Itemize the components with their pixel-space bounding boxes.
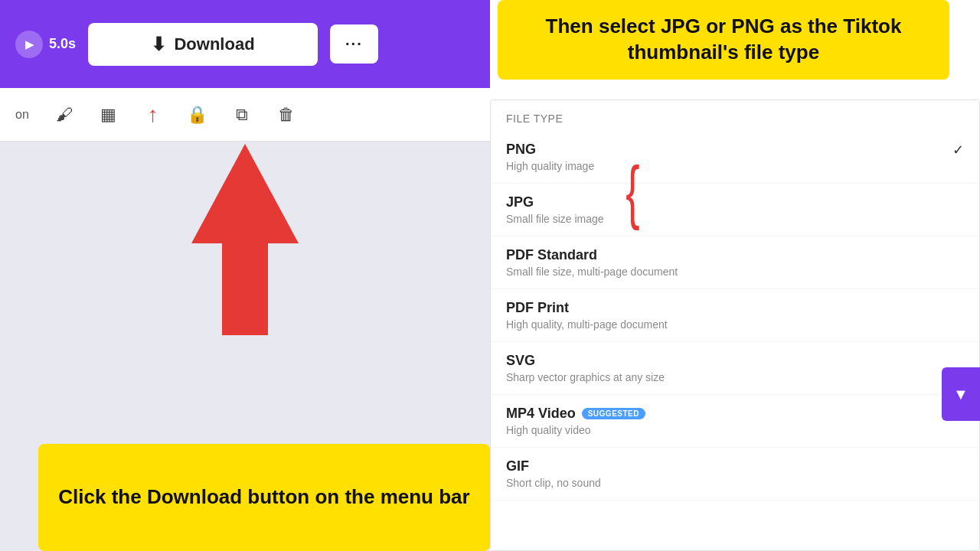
item-name: SVG [506, 353, 665, 369]
dropdown-item[interactable]: MP4 VideoSUGGESTEDHigh quality video [491, 395, 979, 448]
item-desc: Small file size, multi-page document [506, 266, 678, 278]
dropdown-item[interactable]: PNGHigh quality image✓ [491, 131, 979, 184]
download-label: Download [174, 34, 254, 54]
copy-icon[interactable]: ⧉ [227, 99, 257, 130]
item-name: MP4 VideoSUGGESTED [506, 406, 645, 422]
top-instruction-text: Then select JPG or PNG as the Tiktok thu… [516, 14, 931, 66]
file-type-dropdown: File type PNGHigh quality image✓JPGSmall… [490, 99, 980, 551]
item-desc: Short clip, no sound [506, 477, 601, 489]
dropdown-item[interactable]: PDF PrintHigh quality, multi-page docume… [491, 289, 979, 342]
on-label: on [15, 108, 29, 122]
bottom-instruction-box: Click the Download button on the menu ba… [38, 444, 490, 551]
item-desc: Small file size image [506, 213, 604, 225]
checkerboard-icon[interactable]: ▦ [93, 99, 124, 130]
play-icon[interactable]: ▶ [15, 31, 43, 58]
arrow-head [191, 144, 299, 243]
play-timer[interactable]: ▶ 5.0s [15, 31, 76, 58]
item-left: GIFShort clip, no sound [506, 458, 601, 489]
bottom-instruction-text: Click the Download button on the menu ba… [58, 484, 469, 510]
more-label: ··· [345, 35, 363, 52]
top-bar: ▶ 5.0s ⬇ Download ··· [0, 0, 490, 88]
item-desc: High quality, multi-page document [506, 318, 668, 331]
dropdown-item[interactable]: SVGSharp vector graphics at any size [491, 342, 979, 395]
item-left: PDF PrintHigh quality, multi-page docume… [506, 300, 668, 331]
file-type-header: File type [491, 100, 979, 131]
top-instruction-box: Then select JPG or PNG as the Tiktok thu… [498, 0, 949, 80]
dropdown-item[interactable]: GIFShort clip, no sound [491, 448, 979, 500]
purple-side-button[interactable]: ▼ [942, 367, 980, 421]
item-name: JPG [506, 194, 604, 210]
download-icon: ⬇ [151, 34, 166, 55]
red-arrow [191, 144, 299, 335]
toolbar: on 🖌 ▦ ↑ 🔒 ⧉ 🗑 [0, 88, 490, 142]
curly-brace-icon: { [626, 155, 639, 227]
dropdown-item[interactable]: JPGSmall file size image [491, 184, 979, 236]
item-name: PDF Standard [506, 247, 678, 263]
item-desc: High quality image [506, 160, 594, 172]
item-left: PNGHigh quality image [506, 142, 594, 172]
item-name: PDF Print [506, 300, 668, 316]
item-left: SVGSharp vector graphics at any size [506, 353, 665, 383]
item-name: GIF [506, 458, 601, 474]
item-left: PDF StandardSmall file size, multi-page … [506, 247, 678, 278]
arrow-area [0, 142, 490, 337]
check-icon: ✓ [952, 142, 964, 158]
item-desc: Sharp vector graphics at any size [506, 371, 665, 383]
paint-roller-icon[interactable]: 🖌 [49, 99, 80, 130]
item-name: PNG [506, 142, 594, 158]
right-panel: Then select JPG or PNG as the Tiktok thu… [490, 0, 980, 551]
item-left: MP4 VideoSUGGESTEDHigh quality video [506, 406, 645, 436]
left-panel: ▶ 5.0s ⬇ Download ··· on 🖌 ▦ ↑ 🔒 ⧉ 🗑 Cli… [0, 0, 490, 551]
arrow-up-icon[interactable]: ↑ [138, 99, 168, 130]
arrow-body [222, 243, 268, 335]
item-left: JPGSmall file size image [506, 194, 604, 225]
download-button[interactable]: ⬇ Download [88, 23, 318, 66]
suggested-badge: SUGGESTED [582, 408, 645, 419]
dropdown-item[interactable]: PDF StandardSmall file size, multi-page … [491, 236, 979, 289]
more-options-button[interactable]: ··· [330, 24, 378, 64]
trash-icon[interactable]: 🗑 [271, 99, 302, 130]
item-desc: High quality video [506, 424, 645, 436]
lock-icon[interactable]: 🔒 [182, 99, 213, 130]
timer-label: 5.0s [49, 36, 76, 52]
dropdown-items-container: PNGHigh quality image✓JPGSmall file size… [491, 131, 979, 500]
